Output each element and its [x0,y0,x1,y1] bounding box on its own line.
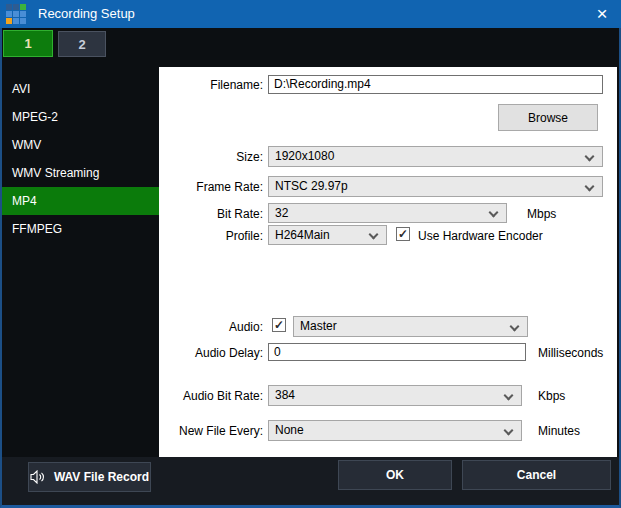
sidebar-item-avi[interactable]: AVI [2,75,159,103]
ok-button-label: OK [386,468,404,482]
tab-2[interactable]: 2 [58,31,106,57]
new-file-every-unit: Minutes [538,424,580,438]
sidebar-item-ffmpeg[interactable]: FFMPEG [2,215,159,243]
frame-rate-label: Frame Rate: [159,180,263,194]
browse-button-label: Browse [528,111,568,125]
close-icon: × [596,3,607,25]
sidebar-item-wmv-streaming[interactable]: WMV Streaming [2,159,159,187]
tab-1-label: 1 [24,36,31,51]
filename-input[interactable]: D:\Recording.mp4 [268,75,603,94]
bit-rate-unit: Mbps [527,207,556,221]
audio-delay-input[interactable]: 0 [268,343,526,361]
recording-setup-dialog: Recording Setup × 1 2 AVI MPEG-2 WMV WMV… [0,0,621,508]
hardware-encoder-checkbox[interactable]: ✓ [396,227,410,241]
checkmark-icon: ✓ [398,227,408,241]
chevron-down-icon [585,182,595,192]
ok-button[interactable]: OK [338,460,452,490]
audio-delay-label: Audio Delay: [159,346,263,360]
audio-label: Audio: [159,320,263,334]
size-label: Size: [159,150,263,164]
browse-button[interactable]: Browse [498,104,598,131]
new-file-every-value: None [275,423,304,437]
bit-rate-label: Bit Rate: [159,207,263,221]
close-button[interactable]: × [583,0,621,28]
chevron-down-icon [585,152,595,162]
chevron-down-icon [369,230,379,240]
dialog-body: 1 2 AVI MPEG-2 WMV WMV Streaming MP4 FFM… [0,28,621,508]
profile-select[interactable]: H264Main [268,225,387,245]
bit-rate-select[interactable]: 32 [268,203,507,223]
tab-1[interactable]: 1 [3,30,53,57]
bit-rate-value: 32 [275,206,288,220]
audio-checkbox[interactable]: ✓ [272,318,286,332]
profile-value: H264Main [275,228,330,242]
wav-file-record-label: WAV File Record [54,470,149,484]
cancel-button-label: Cancel [517,468,556,482]
size-value: 1920x1080 [275,149,334,163]
audio-bit-rate-select[interactable]: 384 [268,385,522,406]
frame-rate-select[interactable]: NTSC 29.97p [268,176,603,197]
audio-bit-rate-unit: Kbps [538,389,565,403]
title-bar: Recording Setup × [0,0,621,28]
audio-bit-rate-label: Audio Bit Rate: [159,389,263,403]
chevron-down-icon [504,391,514,401]
tab-2-label: 2 [78,37,85,52]
new-file-every-label: New File Every: [159,424,263,438]
frame-rate-value: NTSC 29.97p [275,179,348,193]
checkmark-icon: ✓ [274,318,284,332]
window-title: Recording Setup [38,6,135,21]
audio-delay-unit: Milliseconds [538,346,603,360]
profile-label: Profile: [159,229,263,243]
wav-file-record-button[interactable]: WAV File Record [28,462,151,492]
cancel-button[interactable]: Cancel [462,460,611,490]
format-list: AVI MPEG-2 WMV WMV Streaming MP4 FFMPEG [2,75,159,243]
sidebar-item-wmv[interactable]: WMV [2,131,159,159]
app-logo-icon [6,4,26,24]
hardware-encoder-label: Use Hardware Encoder [418,229,543,243]
chevron-down-icon [489,208,499,218]
audio-source-value: Master [300,319,337,333]
audio-source-select[interactable]: Master [293,316,528,337]
speaker-icon [30,470,46,484]
chevron-down-icon [510,322,520,332]
chevron-down-icon [504,426,514,436]
audio-bit-rate-value: 384 [275,388,295,402]
sidebar-item-mpeg2[interactable]: MPEG-2 [2,103,159,131]
filename-label: Filename: [159,78,263,92]
size-select[interactable]: 1920x1080 [268,146,603,167]
footer-bar: WAV File Record OK Cancel [2,457,619,505]
settings-panel: Filename: D:\Recording.mp4 Browse Size: … [159,67,617,457]
new-file-every-select[interactable]: None [268,420,522,441]
sidebar-item-mp4[interactable]: MP4 [2,187,159,215]
